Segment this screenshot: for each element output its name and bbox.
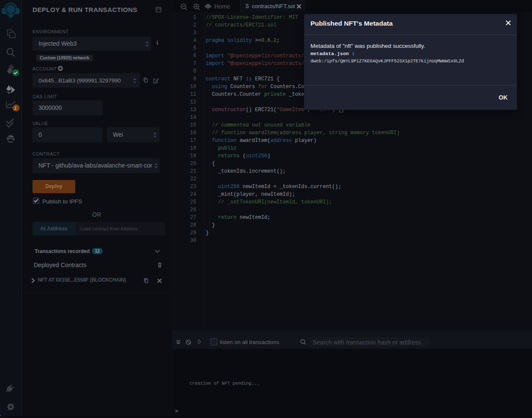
svg-text:1: 1 [14,106,17,111]
svg-text:S: S [245,3,249,9]
